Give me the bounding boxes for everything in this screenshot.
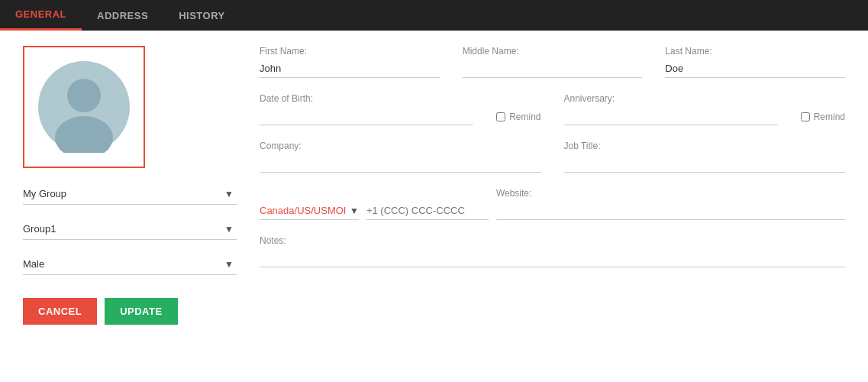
svg-point-1	[67, 79, 101, 112]
middle-name-label: Middle Name:	[463, 46, 643, 57]
gender-select[interactable]: Male Female Other	[23, 258, 237, 270]
website-input[interactable]	[496, 202, 845, 220]
right-panel: First Name: Middle Name: Last Name: Date…	[260, 46, 845, 325]
button-row: CANCEL UPDATE	[23, 298, 237, 325]
company-group: Company:	[260, 141, 541, 173]
anniversary-label: Anniversary:	[564, 93, 778, 104]
name-row: First Name: Middle Name: Last Name:	[260, 46, 845, 78]
update-button[interactable]: UPDATE	[105, 298, 177, 325]
group-dropdown-row: My Group Group A Group B ▼	[23, 183, 237, 205]
phone-website-row: Canada/US/USMOI Other ▼ Website:	[260, 188, 845, 220]
first-name-input[interactable]	[260, 60, 440, 78]
group2-select[interactable]: Group1 Group2 Group3	[23, 223, 237, 235]
last-name-input[interactable]	[665, 60, 845, 78]
remind-dob-checkbox[interactable]	[496, 112, 505, 121]
dob-group: Date of Birth:	[260, 93, 473, 125]
notes-row: Notes:	[260, 235, 845, 267]
dob-input[interactable]	[260, 107, 473, 125]
last-name-label: Last Name:	[665, 46, 845, 57]
website-label: Website:	[496, 188, 845, 199]
notes-label: Notes:	[260, 235, 845, 246]
remind-anniversary-group: Remind	[801, 112, 845, 125]
middle-name-group: Middle Name:	[463, 46, 643, 78]
remind-dob-group: Remind	[496, 112, 540, 125]
main-content: My Group Group A Group B ▼ Group1 Group2…	[0, 31, 868, 340]
notes-input[interactable]	[260, 249, 845, 267]
company-row: Company: Job Title:	[260, 141, 845, 173]
gender-dropdown-row: Male Female Other ▼	[23, 254, 237, 275]
phone-country-wrapper[interactable]: Canada/US/USMOI Other ▼	[260, 202, 359, 220]
avatar-icon	[38, 61, 130, 153]
job-title-input[interactable]	[564, 154, 846, 173]
first-name-group: First Name:	[260, 46, 440, 78]
anniversary-group: Anniversary:	[564, 93, 778, 125]
phone-country-select[interactable]: Canada/US/USMOI Other	[260, 205, 347, 216]
company-input[interactable]	[260, 154, 541, 173]
group-select[interactable]: My Group Group A Group B	[23, 188, 237, 199]
remind-dob-label: Remind	[509, 112, 540, 122]
group2-dropdown-wrapper[interactable]: Group1 Group2 Group3 ▼	[23, 219, 237, 240]
left-panel: My Group Group A Group B ▼ Group1 Group2…	[23, 46, 237, 325]
group2-dropdown-row: Group1 Group2 Group3 ▼	[23, 219, 237, 240]
top-navigation: GENERAL ADDRESS HISTORY	[0, 0, 868, 31]
dob-row: Date of Birth: Remind Anniversary: Remin…	[260, 93, 845, 125]
job-title-label: Job Title:	[564, 141, 846, 151]
cancel-button[interactable]: CANCEL	[23, 298, 97, 325]
company-label: Company:	[260, 141, 541, 151]
tab-history[interactable]: HISTORY	[163, 0, 240, 31]
remind-anniversary-label: Remind	[814, 112, 845, 122]
gender-dropdown-wrapper[interactable]: Male Female Other ▼	[23, 254, 237, 275]
remind-anniversary-checkbox[interactable]	[801, 112, 810, 121]
phone-input[interactable]	[366, 202, 489, 220]
job-title-group: Job Title:	[564, 141, 846, 173]
tab-address[interactable]: ADDRESS	[82, 0, 163, 31]
avatar-container[interactable]	[23, 46, 145, 168]
website-group: Website:	[496, 188, 845, 220]
phone-country-chevron-icon: ▼	[350, 206, 359, 216]
group-dropdown-wrapper[interactable]: My Group Group A Group B ▼	[23, 183, 237, 205]
last-name-group: Last Name:	[665, 46, 845, 78]
dob-label: Date of Birth:	[260, 93, 473, 104]
middle-name-input[interactable]	[463, 60, 643, 78]
first-name-label: First Name:	[260, 46, 440, 57]
tab-general[interactable]: GENERAL	[0, 0, 82, 31]
anniversary-input[interactable]	[564, 107, 778, 125]
